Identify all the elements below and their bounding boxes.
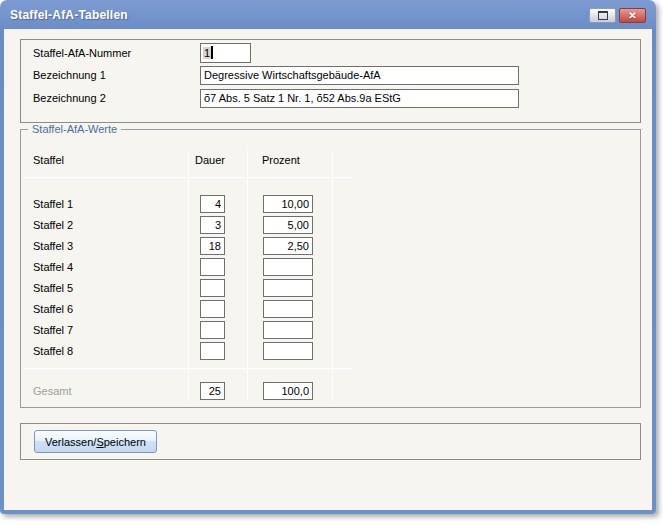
- total-prozent-field: [263, 382, 313, 400]
- row-label: Staffel 1: [33, 198, 200, 210]
- header-divider: [23, 177, 353, 178]
- prozent-input-4[interactable]: [263, 258, 313, 276]
- table-row: Staffel 3: [33, 235, 313, 256]
- field-row-bezeichnung2: Bezeichnung 2: [33, 88, 632, 108]
- footer-panel: Verlassen/Speichern: [20, 423, 641, 460]
- table-row: Staffel 1: [33, 193, 313, 214]
- desktop-stage: Staffel-AfA-Tabellen ✕ Staffel-AfA-Numme…: [0, 0, 663, 525]
- titlebar-buttons: ✕: [589, 8, 646, 23]
- column-header-prozent: Prozent: [262, 154, 300, 166]
- dauer-input-1[interactable]: [200, 195, 225, 213]
- total-dauer-field: [200, 382, 225, 400]
- dauer-input-7[interactable]: [200, 321, 225, 339]
- restore-icon: [598, 11, 608, 20]
- table-row: Staffel 7: [33, 319, 313, 340]
- field-row-nummer: Staffel-AfA-Nummer 1: [33, 42, 632, 63]
- total-label: Gesamt: [33, 385, 200, 397]
- column-header-dauer: Dauer: [195, 154, 262, 166]
- dauer-input-8[interactable]: [200, 342, 225, 360]
- close-icon: ✕: [628, 11, 636, 21]
- button-label-accelerator: S: [96, 436, 103, 448]
- prozent-input-3[interactable]: [263, 237, 313, 255]
- prozent-input-7[interactable]: [263, 321, 313, 339]
- row-label: Staffel 2: [33, 219, 200, 231]
- prozent-input-8[interactable]: [263, 342, 313, 360]
- column-divider: [332, 150, 333, 401]
- field-row-bezeichnung1: Bezeichnung 1: [33, 65, 632, 85]
- restore-button[interactable]: [589, 8, 616, 23]
- dauer-input-2[interactable]: [200, 216, 225, 234]
- bezeichnung1-input[interactable]: [200, 66, 519, 85]
- prozent-input-2[interactable]: [263, 216, 313, 234]
- bezeichnung1-label: Bezeichnung 1: [33, 69, 200, 81]
- dauer-input-4[interactable]: [200, 258, 225, 276]
- prozent-input-5[interactable]: [263, 279, 313, 297]
- row-label: Staffel 4: [33, 261, 200, 273]
- prozent-input-1[interactable]: [263, 195, 313, 213]
- window-title: Staffel-AfA-Tabellen: [10, 8, 128, 22]
- staffel-afa-nummer-label: Staffel-AfA-Nummer: [33, 47, 200, 59]
- table-row: Staffel 4: [33, 256, 313, 277]
- row-label: Staffel 7: [33, 324, 200, 336]
- prozent-input-6[interactable]: [263, 300, 313, 318]
- table-row: Staffel 6: [33, 298, 313, 319]
- dialog-window: Staffel-AfA-Tabellen ✕ Staffel-AfA-Numme…: [0, 0, 656, 514]
- groupbox-title: Staffel-AfA-Werte: [28, 123, 121, 135]
- table-row: Staffel 2: [33, 214, 313, 235]
- total-divider: [23, 368, 353, 369]
- row-label: Staffel 3: [33, 240, 200, 252]
- close-button[interactable]: ✕: [619, 8, 646, 23]
- row-label: Staffel 5: [33, 282, 200, 294]
- staffel-afa-nummer-value: 1: [203, 47, 211, 59]
- table-header-row: Staffel Dauer Prozent: [33, 154, 300, 166]
- verlassen-speichern-button[interactable]: Verlassen/Speichern: [34, 430, 157, 453]
- row-label: Staffel 8: [33, 345, 200, 357]
- bezeichnung2-label: Bezeichnung 2: [33, 92, 200, 104]
- column-header-staffel: Staffel: [33, 154, 195, 166]
- bezeichnung2-input[interactable]: [200, 89, 519, 108]
- button-label-post: peichern: [104, 436, 146, 448]
- dauer-input-6[interactable]: [200, 300, 225, 318]
- dauer-input-5[interactable]: [200, 279, 225, 297]
- dialog-client-area: Staffel-AfA-Nummer 1 Bezeichnung 1 Bezei…: [4, 29, 652, 510]
- total-row: Gesamt: [33, 380, 313, 401]
- dauer-input-3[interactable]: [200, 237, 225, 255]
- staffel-werte-groupbox: Staffel-AfA-Werte Staffel Dauer Prozent …: [20, 129, 641, 408]
- table-row: Staffel 5: [33, 277, 313, 298]
- titlebar[interactable]: Staffel-AfA-Tabellen ✕: [0, 0, 656, 29]
- staffel-afa-nummer-input[interactable]: 1: [200, 43, 251, 63]
- button-label-pre: Verlassen/: [45, 436, 96, 448]
- text-caret: [211, 46, 213, 59]
- header-fields-panel: Staffel-AfA-Nummer 1 Bezeichnung 1 Bezei…: [20, 39, 641, 123]
- table-row: Staffel 8: [33, 340, 313, 361]
- row-label: Staffel 6: [33, 303, 200, 315]
